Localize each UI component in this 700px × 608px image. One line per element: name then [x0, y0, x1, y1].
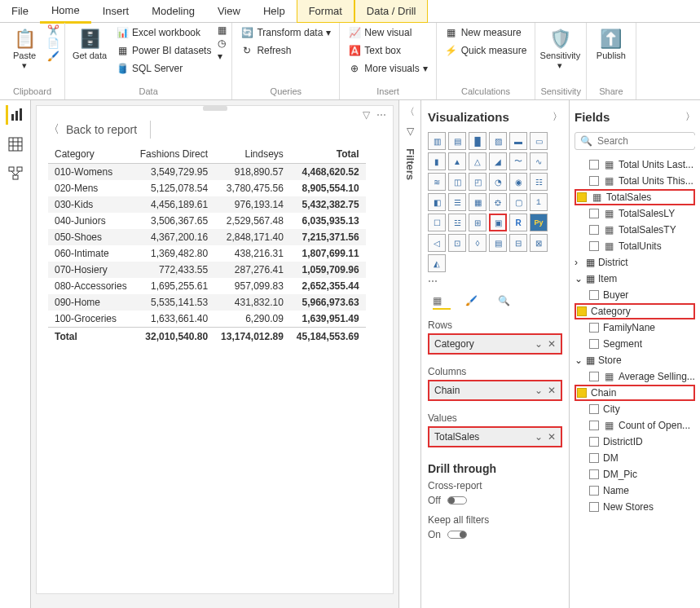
viz-type-icon[interactable]: ☐ — [428, 214, 446, 231]
viz-type-icon[interactable]: 〜 — [509, 152, 527, 170]
viz-type-icon[interactable]: ▮ — [428, 152, 446, 170]
report-view-icon[interactable] — [6, 105, 25, 125]
viz-type-icon[interactable]: ▨ — [489, 132, 507, 150]
field-item[interactable]: ▦TotalSales — [575, 189, 695, 205]
more-options-icon[interactable]: ⋯ — [376, 109, 386, 121]
format-tab-icon[interactable]: 🖌️ — [465, 295, 483, 310]
checkbox[interactable] — [589, 469, 599, 479]
filter-icon[interactable]: ▽ — [363, 109, 370, 121]
excel-button[interactable]: 📊Excel workbook — [112, 24, 214, 41]
model-view-icon[interactable] — [6, 164, 25, 183]
table-header[interactable]: ⌄▦Store — [575, 352, 695, 368]
viz-type-icon[interactable]: ▤ — [448, 132, 466, 150]
sensitivity-button[interactable]: 🛡️ Sensitivity ▾ — [540, 24, 579, 74]
new-visual-button[interactable]: 📈New visual — [345, 24, 430, 41]
ellipsis-icon[interactable]: ⋯ — [428, 275, 562, 287]
viz-type-icon[interactable]: ⊠ — [530, 234, 548, 252]
viz-type-icon[interactable]: ◧ — [428, 193, 446, 211]
field-item[interactable]: ▦Total Units Last... — [575, 156, 695, 173]
field-item[interactable]: ▦TotalUnits — [575, 238, 695, 254]
field-item[interactable]: ▦Count of Open... — [575, 417, 695, 434]
viz-type-icon[interactable]: ⯐ — [489, 193, 507, 211]
checkbox[interactable] — [589, 421, 599, 430]
dataverse-icon[interactable]: ◷ — [218, 37, 227, 49]
collapse-icon[interactable]: 〉 — [553, 110, 562, 124]
checkbox[interactable] — [589, 404, 599, 414]
table-row[interactable]: 100-Groceries1,633,661.406,290.091,639,9… — [48, 311, 366, 328]
chevron-down-icon[interactable]: ⌄ — [535, 431, 543, 443]
drag-handle-icon[interactable] — [203, 106, 227, 111]
rows-well[interactable]: Category ⌄✕ — [428, 333, 562, 355]
table-header[interactable]: ›▦District — [575, 254, 695, 271]
table-row[interactable]: 060-Intimate1,369,482.80438,216.311,807,… — [48, 245, 366, 262]
checkbox[interactable] — [589, 209, 599, 218]
field-item[interactable]: Category — [575, 303, 695, 319]
checkbox[interactable] — [589, 176, 599, 186]
back-icon[interactable]: 〈 — [48, 122, 59, 137]
search-input[interactable] — [597, 135, 700, 147]
field-item[interactable]: Buyer — [575, 287, 695, 303]
field-item[interactable]: DM_Pic — [575, 466, 695, 482]
table-row[interactable]: 070-Hosiery772,433.55287,276.411,059,709… — [48, 262, 366, 278]
checkbox[interactable] — [589, 160, 599, 170]
checkbox[interactable] — [589, 323, 599, 333]
more-visuals-button[interactable]: ⊕More visuals ▾ — [345, 60, 430, 77]
publish-button[interactable]: ⬆️ Publish — [592, 24, 631, 64]
tab-file[interactable]: File — [0, 0, 40, 22]
tab-help[interactable]: Help — [252, 0, 297, 22]
vals-well[interactable]: TotalSales ⌄✕ — [428, 426, 562, 447]
cross-report-toggle[interactable] — [447, 496, 467, 504]
table-row[interactable]: 020-Mens5,125,078.543,780,475.568,905,55… — [48, 180, 366, 196]
tab-datadrill[interactable]: Data / Drill — [354, 0, 429, 23]
tab-format[interactable]: Format — [297, 0, 354, 23]
checkbox[interactable] — [589, 453, 599, 463]
new-measure-button[interactable]: ▦New measure — [442, 24, 531, 41]
table-header[interactable]: ⌄▦Item — [575, 271, 695, 287]
field-item[interactable]: Chain — [575, 385, 695, 401]
table-row[interactable]: 030-Kids4,456,189.61976,193.145,432,382.… — [48, 196, 366, 213]
format-painter-icon[interactable]: 🖌️ — [47, 51, 59, 62]
viz-type-icon[interactable]: ◢ — [489, 152, 507, 170]
checkbox[interactable] — [589, 290, 599, 300]
field-item[interactable]: DistrictID — [575, 434, 695, 450]
chevron-down-icon[interactable]: ⌄ — [535, 338, 543, 350]
data-view-icon[interactable] — [6, 134, 25, 154]
checkbox[interactable] — [589, 372, 599, 381]
remove-icon[interactable]: ✕ — [548, 431, 556, 443]
refresh-button[interactable]: ↻Refresh — [237, 42, 334, 59]
pbi-datasets-button[interactable]: ▦Power BI datasets — [112, 42, 214, 59]
field-item[interactable]: DM — [575, 450, 695, 466]
viz-type-icon[interactable]: ◫ — [448, 173, 466, 191]
viz-type-icon[interactable]: ◁ — [428, 234, 446, 252]
collapse-icon[interactable]: 〉 — [685, 110, 695, 124]
checkbox[interactable] — [589, 241, 599, 251]
back-label[interactable]: Back to report — [66, 123, 137, 136]
viz-type-icon[interactable]: Py — [530, 214, 548, 231]
viz-type-icon[interactable]: ▲ — [448, 152, 466, 170]
field-item[interactable]: City — [575, 401, 695, 417]
fields-search[interactable]: 🔍 — [575, 132, 695, 150]
table-row[interactable]: 090-Home5,535,141.53431,832.105,966,973.… — [48, 294, 366, 311]
field-item[interactable]: New Stores — [575, 499, 695, 515]
viz-type-icon[interactable]: ▣ — [489, 214, 507, 231]
viz-type-icon[interactable]: ◉ — [509, 173, 527, 191]
cut-icon[interactable]: ✂️ — [47, 24, 59, 36]
tab-modeling[interactable]: Modeling — [140, 0, 206, 22]
transform-button[interactable]: 🔄Transform data ▾ — [237, 24, 334, 41]
col-header[interactable]: Fashions Direct — [134, 145, 214, 164]
viz-type-icon[interactable]: ▤ — [489, 234, 507, 252]
field-item[interactable]: ▦TotalSalesTY — [575, 222, 695, 238]
viz-type-icon[interactable]: ☷ — [530, 173, 548, 191]
checkbox[interactable] — [589, 502, 599, 512]
col-header[interactable]: Category — [48, 145, 134, 164]
viz-type-icon[interactable]: ◊ — [469, 234, 486, 252]
visual-surface[interactable]: ▽ ⋯ 〈 Back to report Category Fashions D… — [36, 105, 394, 594]
checkbox[interactable] — [577, 306, 587, 316]
viz-type-icon[interactable]: ▬ — [509, 132, 527, 150]
viz-type-icon[interactable]: ◭ — [428, 254, 446, 272]
table-row[interactable]: 080-Accessories1,695,255.61957,099.832,6… — [48, 278, 366, 294]
tab-home[interactable]: Home — [40, 0, 91, 24]
chevron-down-icon[interactable]: ⌄ — [535, 385, 543, 396]
checkbox[interactable] — [577, 192, 587, 202]
sql-button[interactable]: 🛢️SQL Server — [112, 60, 214, 77]
